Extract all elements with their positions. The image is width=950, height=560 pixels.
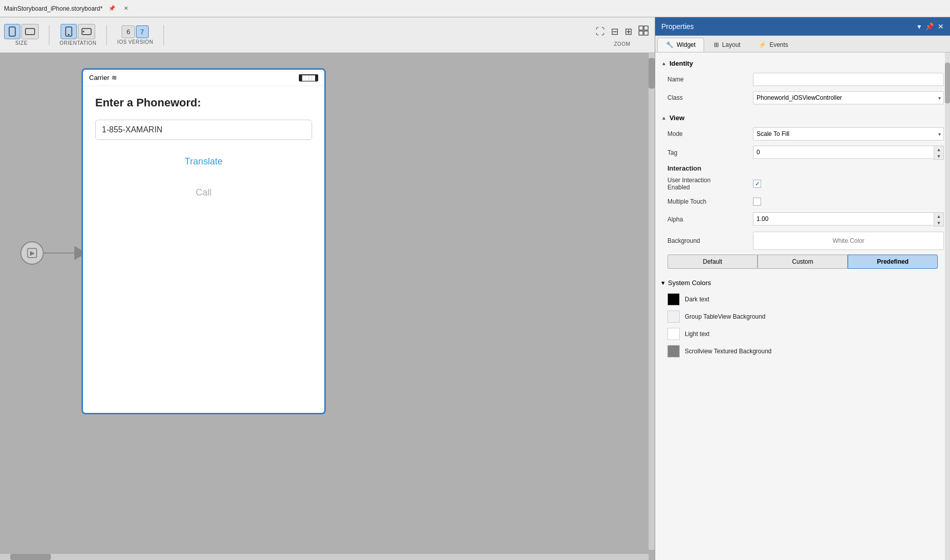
canvas-panel: SIZE ORIENTATION 6: [0, 17, 655, 560]
class-select-wrapper: Phoneworld_iOSViewController ▾: [753, 91, 944, 104]
multiple-touch-checkbox[interactable]: [753, 198, 761, 206]
system-colors-header[interactable]: ▾ System Colors: [655, 275, 950, 291]
ios-version-buttons: 6 7: [122, 25, 148, 38]
class-select[interactable]: Phoneworld_iOSViewController: [753, 91, 944, 104]
tab-widget[interactable]: 🔧 Widget: [657, 38, 704, 52]
mode-label: Mode: [667, 130, 749, 137]
orientation-portrait-button[interactable]: [61, 24, 77, 39]
view-toggle-icon: ▲: [661, 115, 666, 121]
properties-close-icon[interactable]: ✕: [938, 22, 944, 31]
iphone-title: Enter a Phoneword:: [95, 96, 312, 109]
zoom-fullscreen-button[interactable]: ⛶: [594, 23, 607, 40]
svg-rect-8: [639, 31, 643, 35]
tag-input[interactable]: [753, 146, 934, 159]
scrollview-swatch: [667, 345, 680, 357]
multiple-touch-control: [753, 198, 944, 206]
close-tab-button[interactable]: ✕: [122, 4, 130, 13]
system-colors-toggle-icon: ▾: [661, 279, 665, 287]
color-predefined-button[interactable]: Predefined: [848, 255, 938, 269]
light-text-swatch: [667, 328, 680, 340]
alpha-input[interactable]: [753, 212, 934, 226]
zoom-group: ⛶ ⊟ ⊞ ZOOM: [594, 23, 651, 47]
properties-dropdown-icon[interactable]: ▾: [917, 22, 921, 31]
canvas-vertical-scrollbar[interactable]: [649, 53, 655, 550]
size-group: SIZE: [4, 24, 39, 46]
name-row: Name: [655, 70, 950, 89]
ios-version-group: 6 7 iOS VERSION: [117, 25, 153, 45]
toolbar-sep-2: [106, 25, 107, 45]
size-buttons: [4, 24, 39, 39]
class-label: Class: [667, 94, 749, 101]
mode-row: Mode Scale To Fill ▾: [655, 125, 950, 143]
system-colors-label: System Colors: [668, 279, 711, 287]
ios-v6-button[interactable]: 6: [122, 25, 134, 38]
properties-scrollbar-thumb[interactable]: [945, 63, 950, 103]
alpha-spinner-up[interactable]: ▲: [934, 213, 943, 219]
toolbar-sep-1: [49, 25, 49, 45]
mode-select[interactable]: Scale To Fill: [753, 127, 944, 141]
tab-layout[interactable]: ⊞ Layout: [705, 38, 749, 52]
color-custom-button[interactable]: Custom: [758, 255, 848, 269]
properties-scrollbar[interactable]: [945, 52, 950, 560]
canvas-horizontal-scrollbar[interactable]: [0, 554, 649, 560]
zoom-expand-button[interactable]: ⊞: [623, 23, 634, 40]
battery-icon: ████: [299, 74, 318, 81]
orientation-landscape-button[interactable]: [78, 24, 95, 39]
background-color-display[interactable]: White Color: [753, 232, 944, 250]
orientation-label: ORIENTATION: [60, 40, 96, 46]
group-tableview-label: Group TableView Background: [685, 313, 765, 320]
tab-widget-label: Widget: [677, 41, 695, 48]
system-color-group-tableview[interactable]: Group TableView Background: [655, 308, 950, 325]
wifi-icon: ≋: [111, 74, 117, 81]
multiple-touch-row: Multiple Touch: [655, 193, 950, 210]
group-tableview-swatch: [667, 311, 680, 323]
canvas-hscrollbar-thumb[interactable]: [10, 554, 51, 560]
system-color-dark-text[interactable]: Dark text: [655, 291, 950, 308]
properties-pin-icon[interactable]: 📌: [925, 22, 934, 31]
tag-spinner-down[interactable]: ▼: [934, 153, 943, 159]
svg-rect-7: [644, 26, 648, 30]
identity-section: ▲ Identity Name Class: [655, 57, 950, 107]
ios-version-label: iOS VERSION: [117, 39, 153, 45]
dark-text-swatch: [667, 293, 680, 305]
alpha-spinner-down[interactable]: ▼: [934, 219, 943, 226]
tag-spinner-buttons: ▲ ▼: [934, 146, 944, 160]
zoom-buttons: ⛶ ⊟ ⊞: [594, 23, 651, 40]
identity-section-header[interactable]: ▲ Identity: [655, 57, 950, 70]
alpha-spinner: ▲ ▼: [753, 212, 944, 227]
tag-spinner: ▲ ▼: [753, 146, 944, 160]
iphone-translate-button[interactable]: Translate: [95, 152, 312, 171]
background-control: White Color: [753, 232, 944, 250]
ios-v7-button[interactable]: 7: [136, 25, 149, 38]
user-interaction-checkbox[interactable]: [753, 180, 761, 188]
user-interaction-row: User InteractionEnabled: [655, 174, 950, 193]
background-row: Background White Color: [655, 229, 950, 253]
iphone-call-button[interactable]: Call: [95, 183, 312, 202]
zoom-shrink-button[interactable]: ⊟: [609, 23, 621, 40]
mode-select-wrapper: Scale To Fill ▾: [753, 127, 944, 141]
system-colors-section: ▾ System Colors Dark text Group TableVie…: [655, 275, 950, 360]
zoom-grid-button[interactable]: [636, 23, 651, 40]
tab-events[interactable]: ⚡ Events: [750, 38, 797, 52]
interaction-label: Interaction: [655, 162, 950, 174]
main-area: SIZE ORIENTATION 6: [0, 17, 950, 560]
canvas-scrollbar-thumb[interactable]: [649, 58, 655, 89]
color-default-button[interactable]: Default: [667, 255, 758, 269]
view-section-label: View: [669, 114, 684, 122]
view-section-header[interactable]: ▲ View: [655, 111, 950, 125]
size-landscape-button[interactable]: [21, 24, 39, 39]
name-input[interactable]: [753, 73, 944, 86]
properties-header: Properties ▾ 📌 ✕: [655, 17, 950, 36]
system-color-scrollview[interactable]: Scrollview Textured Background: [655, 343, 950, 360]
properties-content-wrapper: ▲ Identity Name Class: [655, 52, 950, 560]
svg-rect-9: [644, 31, 648, 35]
tag-spinner-up[interactable]: ▲: [934, 146, 943, 153]
iphone-phone-input[interactable]: [95, 120, 312, 140]
entry-point: ▶: [20, 241, 87, 265]
pin-button[interactable]: 📌: [106, 4, 118, 13]
svg-rect-6: [639, 26, 643, 30]
class-row: Class Phoneworld_iOSViewController ▾: [655, 89, 950, 107]
system-color-light-text[interactable]: Light text: [655, 325, 950, 343]
size-portrait-button[interactable]: [4, 24, 20, 39]
tag-label: Tag: [667, 149, 749, 156]
